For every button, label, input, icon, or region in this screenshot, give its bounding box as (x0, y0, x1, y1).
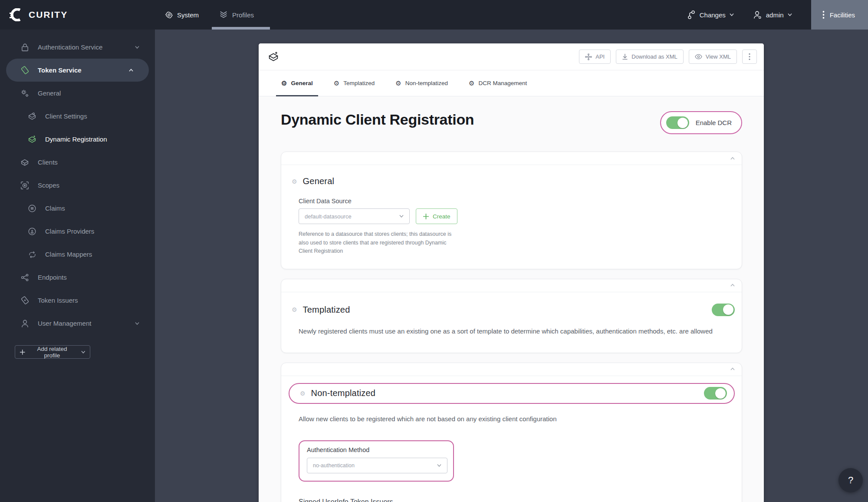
chevron-up-icon (129, 68, 133, 73)
sidebar-item-claims-mappers[interactable]: Claims Mappers (0, 243, 155, 266)
active-nav-indicator (212, 27, 270, 30)
plus-icon (20, 349, 25, 355)
sidebar-item-label: Dynamic Registration (45, 135, 107, 143)
templatized-card-heading: ⚙ Templatized (281, 292, 742, 316)
profile-panel: API Download as XML View XML ⚙ General (259, 43, 764, 502)
more-options-button[interactable] (742, 50, 757, 64)
changes-branch-icon (687, 10, 696, 20)
authentication-method-highlighted: Authentication Method no-authentication (299, 440, 454, 482)
claims-mapper-icon (26, 250, 38, 259)
add-related-profile-button[interactable]: Add related profile (15, 345, 90, 359)
panel-header-actions: API Download as XML View XML (579, 50, 757, 64)
general-card-collapse[interactable] (281, 152, 742, 165)
create-datasource-button[interactable]: Create (416, 208, 457, 224)
sidebar-item-claims-providers[interactable]: Claims Providers (0, 220, 155, 243)
tab-general[interactable]: ⚙ General (276, 70, 318, 96)
client-data-source-label: Client Data Source (299, 198, 742, 205)
kebab-dots-icon (822, 10, 825, 19)
chevron-up-icon (730, 367, 735, 371)
page-title: Dynamic Client Registration (281, 111, 474, 128)
sidebar-item-token-service[interactable]: Token Service (6, 59, 149, 82)
nav-item-system[interactable]: System (165, 11, 199, 19)
nav-item-profiles[interactable]: Profiles (219, 10, 254, 19)
user-icon (19, 319, 30, 328)
changes-menu[interactable]: Changes (687, 10, 734, 20)
nav-profiles-label: Profiles (232, 11, 254, 19)
client-data-source-row: default-datasource Create (299, 208, 742, 224)
sidebar-item-token-issuers[interactable]: Token Issuers (0, 289, 155, 312)
curity-logo[interactable]: CURITY (0, 8, 148, 21)
tab-label: General (291, 80, 312, 86)
non-templatized-card: ⚙ Non-templatized Allow new clients to b… (281, 363, 742, 502)
create-button-label: Create (433, 213, 450, 220)
sidebar-item-label: Client Settings (45, 112, 87, 120)
help-button[interactable]: ? (838, 468, 863, 492)
sidebar-item-label: Claims Mappers (45, 251, 92, 258)
download-button-label: Download as XML (631, 53, 677, 60)
non-templatized-toggle[interactable] (704, 387, 727, 400)
scope-scan-icon (19, 181, 30, 190)
api-button[interactable]: API (579, 50, 611, 64)
main-content-area: API Download as XML View XML ⚙ General (155, 30, 868, 502)
sidebar-item-claims[interactable]: Claims (0, 197, 155, 220)
title-row: Dynamic Client Registration Enable DCR (281, 111, 742, 134)
sidebar-item-label: Claims (45, 205, 65, 212)
curity-logo-icon (10, 8, 24, 21)
chevron-down-icon (81, 350, 85, 354)
enable-dcr-toggle[interactable] (666, 116, 689, 129)
sidebar-item-general[interactable]: General (0, 82, 155, 105)
kebab-dots-icon (749, 53, 750, 60)
non-templatized-card-collapse[interactable] (281, 363, 742, 376)
logo-text: CURITY (29, 10, 68, 20)
claims-provider-icon (26, 227, 38, 236)
tab-templatized[interactable]: ⚙ Templatized (329, 70, 380, 96)
signed-userinfo-token-issuers-label: Signed UserInfo Token Issuers (299, 498, 742, 502)
enable-dcr-label: Enable DCR (696, 119, 732, 126)
templatized-card-collapse[interactable] (281, 279, 742, 292)
ticket-plus-icon (19, 295, 30, 305)
tab-dcr-management[interactable]: ⚙ DCR Management (464, 70, 532, 96)
authentication-method-select[interactable]: no-authentication (307, 458, 447, 473)
lock-icon (19, 43, 30, 52)
sidebar-item-label: Endpoints (38, 274, 67, 281)
facilities-button[interactable]: Facilities (811, 0, 868, 30)
sidebar-item-authentication-service[interactable]: Authentication Service (0, 36, 155, 59)
sidebar-item-label: Token Service (38, 66, 82, 74)
client-data-source-helper: Reference to a datasource that stores cl… (299, 230, 455, 256)
gear-icon: ⚙ (334, 79, 339, 87)
chevron-down-icon (399, 214, 404, 218)
dcr-box-plus-icon (267, 51, 279, 63)
view-xml-button[interactable]: View XML (689, 50, 737, 64)
tab-label: Non-templatized (405, 80, 448, 86)
sidebar-item-scopes[interactable]: Scopes (0, 174, 155, 197)
templatized-toggle[interactable] (712, 304, 735, 316)
chevron-up-icon (730, 156, 735, 161)
box-gear-icon (26, 112, 38, 121)
chevron-down-icon (788, 13, 792, 17)
client-data-source-select[interactable]: default-datasource (299, 208, 410, 224)
eye-icon (695, 54, 702, 59)
toggle-knob (723, 304, 733, 315)
download-as-xml-button[interactable]: Download as XML (616, 50, 684, 64)
card-heading-text: General (303, 176, 335, 186)
gear-icon: ⚙ (395, 79, 401, 87)
panel-header: API Download as XML View XML (259, 43, 764, 70)
sidebar-item-client-settings[interactable]: Client Settings (0, 105, 155, 128)
sidebar-item-endpoints[interactable]: Endpoints (0, 266, 155, 289)
enable-dcr-control: Enable DCR (660, 111, 742, 134)
api-button-label: API (595, 53, 605, 60)
admin-user-icon (753, 10, 762, 20)
tab-label: Templatized (343, 80, 375, 86)
card-heading-text: Templatized (303, 305, 350, 315)
sidebar: Authentication Service Token Service Gen… (0, 30, 155, 502)
non-templatized-description: Allow new clients to be registered which… (299, 413, 724, 426)
general-card-heading: ⚙ General (281, 165, 742, 186)
sidebar-item-clients[interactable]: Clients (0, 151, 155, 174)
chevron-up-icon (730, 283, 735, 287)
tab-non-templatized[interactable]: ⚙ Non-templatized (390, 70, 453, 96)
user-menu[interactable]: admin (753, 10, 792, 20)
help-label: ? (848, 475, 853, 486)
sidebar-item-user-management[interactable]: User Management (0, 312, 155, 335)
sidebar-item-dynamic-registration[interactable]: Dynamic Registration (0, 128, 155, 151)
plus-icon (423, 213, 429, 220)
